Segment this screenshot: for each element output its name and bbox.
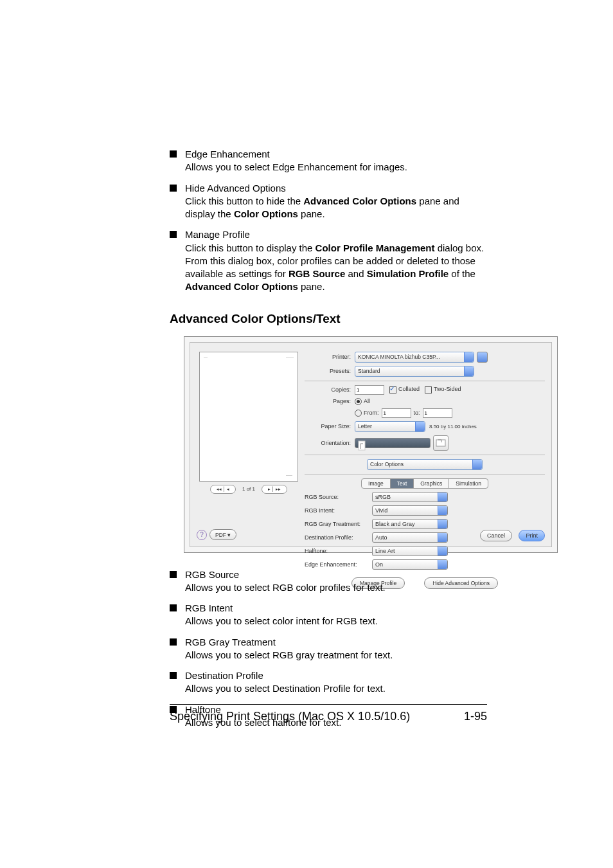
pane-select[interactable]: Color Options (367, 459, 483, 470)
orientation-portrait[interactable] (355, 438, 431, 448)
paper-size-label: Paper Size: (305, 423, 351, 429)
bullet-square-icon (170, 638, 177, 646)
bullet-item: RGB IntentAllows you to select color int… (170, 602, 487, 628)
bullet-square-icon (170, 150, 177, 158)
bullet-square-icon (170, 571, 177, 578)
bullet-item: Hide Advanced OptionsClick this button t… (170, 182, 487, 221)
from-label: From: (364, 410, 379, 416)
bullet-item: Edge EnhancementAllows you to select Edg… (170, 148, 487, 174)
orientation-label: Orientation: (305, 440, 351, 446)
nav-next-last[interactable]: ▸ │ ▸▸ (262, 485, 287, 494)
bullet-title: Edge Enhancement (185, 148, 487, 161)
to-label: to: (414, 410, 420, 416)
bullet-desc: Allows you to select RGB gray treatment … (185, 649, 487, 662)
tab-text[interactable]: Text (391, 479, 414, 488)
print-dialog-screenshot: ————— ◂◂ │ ◂ 1 of 1 ▸ │ ▸▸ Printer: KONI… (184, 336, 558, 553)
paper-dim: 8.50 by 11.00 inches (429, 424, 477, 429)
paper-size-select[interactable]: Letter (355, 421, 425, 432)
bullet-item: RGB Gray TreatmentAllows you to select R… (170, 636, 487, 662)
bullet-item: Destination ProfileAllows you to select … (170, 669, 487, 696)
option-select[interactable]: Black and Gray (372, 519, 448, 529)
footer-right: 1-95 (464, 710, 487, 723)
copies-input[interactable] (355, 385, 384, 395)
bullet-item: RGB SourceAllows you to select RGB color… (170, 568, 487, 595)
bullet-title: RGB Gray Treatment (185, 636, 487, 649)
pages-all-radio[interactable] (355, 398, 362, 405)
bullet-square-icon (170, 185, 177, 192)
orientation-landscape[interactable] (433, 435, 449, 451)
option-label: Edge Enhancement: (305, 561, 372, 568)
bullet-title: Hide Advanced Options (185, 182, 487, 195)
option-select[interactable]: Line Art (372, 546, 448, 556)
collated-checkbox[interactable] (389, 386, 396, 393)
bullet-title: Manage Profile (185, 228, 487, 241)
pdf-menu-button[interactable]: PDF ▾ (209, 529, 236, 540)
option-label: RGB Intent: (305, 507, 372, 514)
pages-all-label: All (364, 398, 370, 404)
preview-thumbnail: ————— (199, 352, 298, 482)
option-label: Halftone: (305, 548, 372, 554)
cancel-button[interactable]: Cancel (480, 530, 512, 541)
bullet-desc: Click this button to display the Color P… (185, 242, 487, 294)
nav-page-indicator: 1 of 1 (242, 486, 255, 492)
option-label: RGB Source: (305, 494, 372, 500)
bullet-desc: Allows you to select RGB color profiles … (185, 581, 487, 594)
bullet-title: RGB Source (185, 568, 487, 581)
bullet-desc: Allows you to select color intent for RG… (185, 615, 487, 628)
collated-label: Collated (398, 386, 420, 392)
bullet-title: Destination Profile (185, 669, 487, 682)
pages-label: Pages: (305, 398, 351, 404)
section-heading: Advanced Color Options/Text (170, 312, 487, 326)
bullet-desc: Click this button to hide the Advanced C… (185, 195, 487, 221)
to-input[interactable] (423, 408, 452, 418)
option-select[interactable]: Vivid (372, 505, 448, 516)
presets-label: Presets: (305, 368, 351, 374)
copies-label: Copies: (305, 386, 351, 393)
printer-info-button[interactable] (477, 352, 488, 363)
print-button[interactable]: Print (519, 530, 545, 541)
svg-rect-0 (359, 441, 365, 450)
option-label: RGB Gray Treatment: (305, 521, 372, 527)
two-sided-label: Two-Sided (434, 386, 461, 392)
preview-nav: ◂◂ │ ◂ 1 of 1 ▸ │ ▸▸ (199, 485, 298, 494)
pages-range-radio[interactable] (355, 410, 362, 417)
bullet-desc: Allows you to select Destination Profile… (185, 682, 487, 695)
two-sided-checkbox[interactable] (425, 386, 432, 393)
bullet-square-icon (170, 604, 177, 611)
tab-image[interactable]: Image (362, 479, 391, 488)
bullet-square-icon (170, 672, 177, 679)
from-input[interactable] (382, 408, 411, 418)
help-icon[interactable]: ? (197, 530, 207, 540)
bullet-item: Manage ProfileClick this button to displ… (170, 228, 487, 293)
option-select[interactable]: sRGB (372, 492, 448, 502)
bullet-square-icon (170, 231, 177, 238)
printer-select[interactable]: KONICA MINOLTA bizhub C35P... (355, 352, 474, 363)
printer-label: Printer: (305, 354, 351, 360)
svg-rect-1 (436, 440, 445, 446)
tab-simulation[interactable]: Simulation (449, 479, 488, 488)
bullet-title: RGB Intent (185, 602, 487, 615)
footer-left: Specifying Print Settings (Mac OS X 10.5… (170, 710, 410, 723)
nav-first-prev[interactable]: ◂◂ │ ◂ (210, 485, 236, 494)
tab-graphics[interactable]: Graphics (414, 479, 449, 488)
bullet-desc: Allows you to select Edge Enhancement fo… (185, 161, 487, 174)
presets-select[interactable]: Standard (355, 366, 474, 377)
